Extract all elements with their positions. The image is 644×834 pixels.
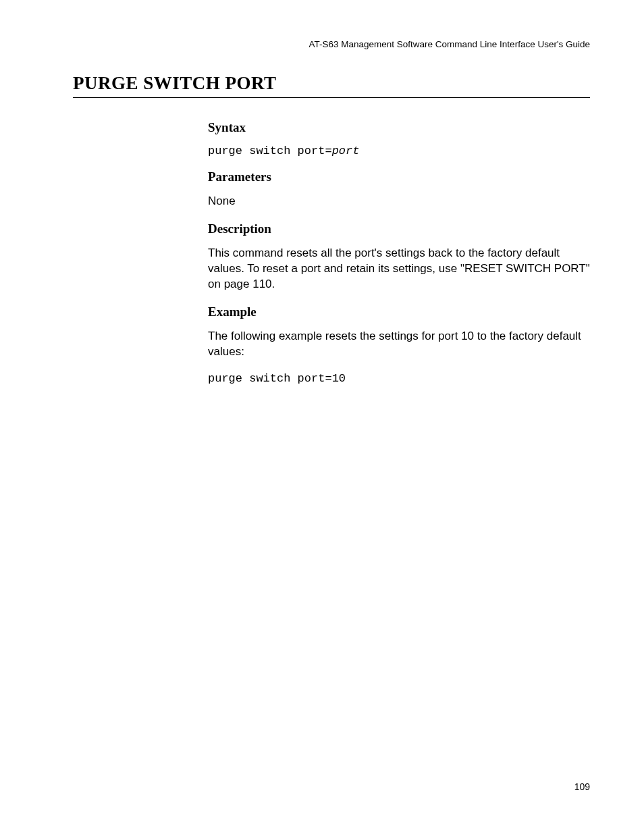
syntax-command-prefix: purge switch port=	[208, 145, 332, 157]
page-number: 109	[574, 781, 590, 792]
description-heading: Description	[208, 221, 590, 236]
command-title: PURGE SWITCH PORT	[73, 73, 590, 98]
parameters-text: None	[208, 194, 590, 209]
page: AT-S63 Management Software Command Line …	[0, 0, 644, 834]
example-command: purge switch port=10	[208, 372, 590, 385]
syntax-heading: Syntax	[208, 120, 590, 135]
content-block: Syntax purge switch port=port Parameters…	[208, 120, 590, 397]
syntax-command-arg: port	[332, 145, 360, 157]
example-intro: The following example resets the setting…	[208, 329, 590, 360]
syntax-command: purge switch port=port	[208, 145, 590, 157]
description-text: This command resets all the port's setti…	[208, 246, 590, 292]
parameters-heading: Parameters	[208, 170, 590, 184]
example-heading: Example	[208, 305, 590, 319]
header-guide-title: AT-S63 Management Software Command Line …	[308, 39, 590, 49]
